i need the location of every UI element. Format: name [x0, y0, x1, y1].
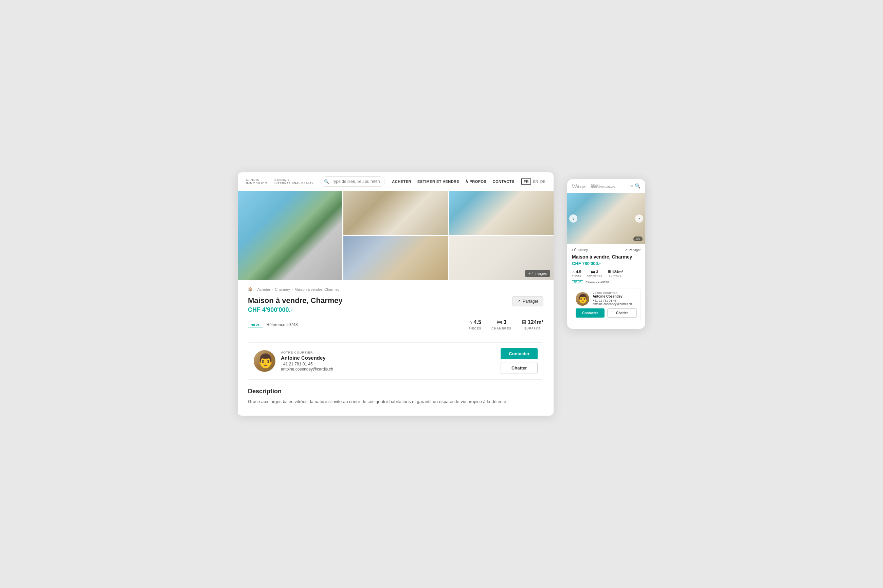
mobile-card: Cardis IMMOBILIER Sotheby's INTERNATIONA… [567, 179, 645, 329]
agent-phone: +41 21 781 01 45 [281, 362, 495, 366]
breadcrumb-acheter[interactable]: Acheter [257, 287, 270, 291]
lang-fr[interactable]: FR [521, 178, 531, 184]
share-icon: ↗ [517, 299, 520, 304]
contact-button[interactable]: Contacter [501, 348, 538, 359]
search-icon: 🔍 [324, 179, 329, 184]
mobile-chambres-icon: 🛏 [591, 270, 595, 274]
mobile-logo-sothebys: Sotheby's INTERNATIONAL REALTY [591, 184, 615, 188]
property-title: Maison à vendre, Charmey [248, 296, 343, 305]
mobile-pieces-value: 4.5 [576, 270, 581, 274]
mobile-share-label: Partager [629, 248, 641, 252]
share-button[interactable]: ↗ Partager [512, 296, 543, 306]
gallery-prev-button[interactable]: ‹ [569, 214, 577, 223]
feature-pieces: ⌂ 4.5 PIÈCES [469, 319, 481, 330]
lang-de[interactable]: DE [540, 180, 545, 183]
search-input[interactable] [320, 176, 385, 187]
back-label: Charmey [574, 248, 588, 252]
gallery: + 4 images [238, 191, 554, 280]
breadcrumb-home-icon: 🏠 [248, 287, 253, 291]
surface-value: 124m² [528, 319, 543, 326]
mobile-agent-name: Antoine Cosendey [593, 294, 632, 298]
mobile-property-title: Maison à vendre, Charmey [572, 254, 641, 260]
hamburger-icon: ≡ [630, 183, 633, 189]
nav-apropos[interactable]: À PROPOS [465, 180, 486, 183]
chambres-value: 3 [504, 319, 507, 326]
chambres-label: CHAMBRES [492, 327, 511, 330]
agent-info: VOTRE COURTIER Antoine Cosendey +41 21 7… [281, 351, 495, 372]
agent-label: VOTRE COURTIER [281, 351, 495, 354]
mobile-menu-icon[interactable]: ≡ 🔍 [630, 183, 641, 189]
mobile-share-button[interactable]: ↗ Partager [625, 248, 641, 252]
nav-contacts[interactable]: CONTACTS [492, 180, 514, 183]
mobile-features: ⌂ 4.5 PIÈCES 🛏 3 CHAMBRES ⊞ 124m² [572, 269, 641, 277]
property-price: CHF 4'900'000.- [248, 306, 343, 314]
nav-estimer[interactable]: ESTIMER ET VENDRE [417, 180, 459, 183]
agent-avatar [254, 350, 275, 372]
logo-area: Cardis IMMOBILIER Sotheby's INTERNATIONA… [246, 176, 314, 187]
nav-links: ACHETER ESTIMER ET VENDRE À PROPOS CONTA… [392, 180, 514, 183]
mobile-contact-button[interactable]: Contacter [576, 308, 605, 318]
back-arrow-icon: ‹ [572, 248, 573, 252]
mobile-feature-surface: ⊞ 124m² SURFACE [608, 269, 623, 277]
mobile-reference: Référence #9748 [585, 280, 609, 284]
pieces-value: 4.5 [474, 319, 481, 326]
mobile-agent-avatar [576, 292, 589, 306]
gallery-next-button[interactable]: › [635, 214, 643, 223]
gallery-image-2 [343, 191, 448, 235]
breadcrumb-charmey[interactable]: Charmey [275, 287, 290, 291]
mobile-pieces-label: PIÈCES [572, 274, 582, 277]
mobile-gallery: ‹ › 3/9 [567, 193, 645, 244]
surface-icon: ⊞ [522, 319, 526, 326]
mobile-feature-pieces: ⌂ 4.5 PIÈCES [572, 270, 582, 277]
mobile-badge-row: NEUF Référence #9748 [572, 280, 641, 284]
mobile-property-price: CHF 780'000.- [572, 261, 641, 266]
gallery-image-5: + 4 images [449, 236, 554, 280]
nav-acheter[interactable]: ACHETER [392, 180, 411, 183]
mobile-feature-chambres: 🛏 3 CHAMBRES [587, 270, 602, 277]
lang-en[interactable]: EN [533, 180, 538, 183]
pieces-label: PIÈCES [469, 327, 481, 330]
mobile-chat-button[interactable]: Chatter [607, 308, 637, 318]
breadcrumb-current: Maison à vendre, Charmey [295, 287, 340, 291]
chat-button[interactable]: Chatter [501, 362, 538, 374]
content-area: 🏠 › Acheter › Charmey › Maison à vendre,… [238, 280, 554, 416]
gallery-main-image [238, 191, 342, 280]
search-bar[interactable]: 🔍 [320, 176, 385, 187]
agent-card: VOTRE COURTIER Antoine Cosendey +41 21 7… [248, 342, 543, 380]
description-section: Description Grace aux larges baies vitré… [248, 388, 543, 405]
desktop-navbar: Cardis IMMOBILIER Sotheby's INTERNATIONA… [238, 172, 554, 191]
logo-cardis-sub: IMMOBILIER [246, 182, 267, 185]
mobile-agent-top: VOTRE COURTIER Antoine Cosendey +41 21 7… [576, 292, 637, 306]
gallery-more-overlay[interactable]: + 4 images [525, 270, 550, 277]
feature-surface: ⊞ 124m² SURFACE [522, 319, 543, 330]
mobile-content: ‹ Charmey ↗ Partager Maison à vendre, Ch… [567, 244, 645, 329]
property-header: Maison à vendre, Charmey CHF 4'900'000.-… [248, 296, 543, 314]
mobile-agent-phone: +41 21 781 01 45 [593, 299, 632, 302]
scene: Cardis IMMOBILIER Sotheby's INTERNATIONA… [238, 172, 645, 416]
chambres-icon: 🛏 [496, 319, 502, 326]
breadcrumb: 🏠 › Acheter › Charmey › Maison à vendre,… [248, 287, 543, 291]
mobile-navbar: Cardis IMMOBILIER Sotheby's INTERNATIONA… [567, 179, 645, 193]
mobile-agent-info: VOTRE COURTIER Antoine Cosendey +41 21 7… [593, 292, 632, 306]
mobile-gallery-image [567, 193, 645, 244]
mobile-chambres-value: 3 [596, 270, 598, 274]
search-icon-mobile: 🔍 [635, 183, 641, 189]
description-text: Grace aux larges baies vitrées, la natur… [248, 398, 543, 405]
logo-sothebys: Sotheby's INTERNATIONAL REALTY [274, 178, 314, 185]
agent-name: Antoine Cosendey [281, 355, 495, 361]
agent-buttons: Contacter Chatter [501, 348, 538, 374]
logo-cardis-main: Cardis [246, 178, 267, 182]
feature-chambres: 🛏 3 CHAMBRES [492, 319, 511, 330]
mobile-share-row: ‹ Charmey ↗ Partager [572, 248, 641, 252]
mobile-back-link[interactable]: ‹ Charmey [572, 248, 588, 252]
mobile-badge-new: NEUF [572, 280, 583, 284]
mobile-agent-buttons: Contacter Chatter [576, 308, 637, 318]
mobile-share-icon: ↗ [625, 248, 627, 252]
pieces-icon: ⌂ [469, 319, 472, 326]
property-features: ⌂ 4.5 PIÈCES 🛏 3 CHAMBRES [469, 319, 543, 330]
gallery-image-4 [343, 236, 448, 280]
logo-divider [271, 176, 271, 187]
mobile-logo-cardis: Cardis IMMOBILIER [572, 184, 585, 188]
logo-cardis: Cardis IMMOBILIER [246, 178, 267, 185]
mobile-surface-value: 124m² [612, 270, 623, 274]
